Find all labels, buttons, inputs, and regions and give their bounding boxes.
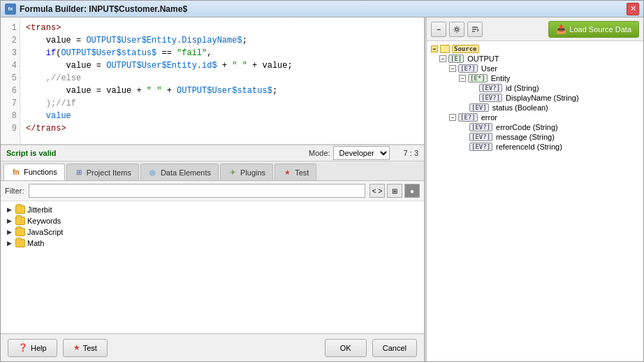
main-window: fx Formula Builder: INPUT$Customer.Name$… bbox=[0, 0, 644, 362]
entity-displayname-node[interactable]: [EV?] DisplayName (String) bbox=[430, 93, 641, 103]
plugins-tab-icon: ✈ bbox=[228, 168, 237, 178]
window-title: Formula Builder: INPUT$Customer.Name$ bbox=[20, 4, 627, 14]
entity-expander[interactable]: − bbox=[459, 75, 466, 82]
source-badge: Source bbox=[452, 45, 479, 53]
test-button[interactable]: ★ Test bbox=[63, 339, 108, 357]
entity-badge: [E*] bbox=[468, 74, 488, 82]
source-root-expander[interactable]: − bbox=[431, 45, 438, 52]
cursor-position: 7 : 3 bbox=[404, 149, 418, 157]
functions-tab-icon: fn bbox=[11, 167, 21, 177]
sort-icon bbox=[471, 25, 479, 34]
help-button[interactable]: ❓ Help bbox=[8, 339, 57, 357]
errorcode-label: errorCode (String) bbox=[496, 123, 558, 131]
referenceid-label: referenceId (String) bbox=[496, 143, 562, 151]
test-icon: ★ bbox=[73, 343, 80, 352]
tab-data-elements[interactable]: ◎ Data Elements bbox=[140, 164, 219, 180]
data-elements-tab-icon: ◎ bbox=[148, 168, 158, 178]
error-expander[interactable]: − bbox=[449, 114, 456, 121]
referenceid-node[interactable]: [EV?] referenceId (String) bbox=[430, 142, 641, 152]
mode-selector: Mode: Developer bbox=[309, 146, 390, 160]
entity-id-label: id (String) bbox=[506, 84, 539, 92]
tab-plugins[interactable]: ✈ Plugins bbox=[220, 164, 273, 180]
filter-label: Filter: bbox=[5, 187, 24, 195]
line-numbers: 1 2 3 4 5 6 7 8 9 bbox=[1, 17, 20, 144]
bottom-bar: ❓ Help ★ Test OK Cancel bbox=[1, 333, 424, 361]
jitterbit-expander[interactable]: ▶ bbox=[5, 205, 13, 214]
tab-functions[interactable]: fn Functions bbox=[3, 164, 65, 180]
output-label: OUTPUT bbox=[467, 55, 499, 63]
main-content: 1 2 3 4 5 6 7 8 9 <trans> value = OUTPUT… bbox=[1, 17, 643, 361]
filter-actions: < > ⊞ ● bbox=[369, 184, 420, 198]
sort-button[interactable] bbox=[467, 22, 483, 37]
mode-label: Mode: bbox=[309, 149, 330, 157]
message-badge: [EV?] bbox=[469, 133, 492, 141]
user-expander[interactable]: − bbox=[449, 65, 456, 72]
javascript-expander[interactable]: ▶ bbox=[5, 228, 13, 236]
tree-item-keywords[interactable]: ▶ Keywords bbox=[3, 215, 421, 226]
close-button[interactable]: ✕ bbox=[627, 3, 639, 15]
filter-expand-btn[interactable]: < > bbox=[369, 184, 385, 198]
right-toolbar: − 📥 Load Source Data bbox=[427, 17, 643, 41]
tabs-bar: fn Functions ⊞ Project Items ◎ Data Elem… bbox=[1, 161, 424, 181]
entity-displayname-label: DisplayName (String) bbox=[506, 94, 579, 102]
functions-tree: ▶ Jitterbit ▶ Keywords ▶ JavaScript ▶ bbox=[1, 201, 424, 333]
tree-item-javascript[interactable]: ▶ JavaScript bbox=[3, 226, 421, 238]
output-node[interactable]: − [E] OUTPUT bbox=[430, 54, 641, 64]
error-label: error bbox=[481, 113, 497, 122]
right-panel: − 📥 Load Source Data bbox=[427, 17, 643, 361]
user-node[interactable]: − [E?] User bbox=[430, 64, 641, 73]
cancel-button[interactable]: Cancel bbox=[372, 339, 417, 357]
user-label: User bbox=[481, 64, 497, 73]
title-bar: fx Formula Builder: INPUT$Customer.Name$… bbox=[1, 1, 643, 17]
referenceid-badge: [EV?] bbox=[469, 143, 492, 151]
ok-button[interactable]: OK bbox=[325, 339, 367, 357]
math-folder-icon bbox=[15, 239, 25, 247]
settings-icon bbox=[453, 25, 461, 34]
filter-input[interactable] bbox=[29, 184, 366, 198]
load-source-button[interactable]: 📥 Load Source Data bbox=[548, 21, 639, 38]
filter-add-btn[interactable]: ⊞ bbox=[387, 184, 402, 198]
status-node[interactable]: [EV] status (Boolean) bbox=[430, 103, 641, 113]
keywords-folder-icon bbox=[15, 217, 25, 225]
filter-options-btn[interactable]: ● bbox=[404, 184, 420, 198]
jitterbit-folder-icon bbox=[15, 205, 25, 214]
status-badge: [EV] bbox=[469, 103, 489, 112]
errorcode-node[interactable]: [EV?] errorCode (String) bbox=[430, 122, 641, 132]
status-bar: Script is valid Mode: Developer 7 : 3 bbox=[1, 145, 424, 161]
message-node[interactable]: [EV?] message (String) bbox=[430, 132, 641, 142]
user-badge: [E?] bbox=[458, 64, 478, 73]
tree-item-jitterbit[interactable]: ▶ Jitterbit bbox=[3, 204, 421, 215]
entity-displayname-badge: [EV?] bbox=[479, 94, 502, 102]
source-root[interactable]: − Source bbox=[430, 44, 641, 54]
status-label: status (Boolean) bbox=[492, 103, 548, 112]
project-items-tab-icon: ⊞ bbox=[74, 168, 84, 178]
test-tab-icon: ★ bbox=[282, 168, 292, 178]
window-icon: fx bbox=[5, 3, 16, 15]
tree-item-math[interactable]: ▶ Math bbox=[3, 238, 421, 249]
help-icon: ❓ bbox=[18, 343, 28, 352]
entity-node[interactable]: − [E*] Entity bbox=[430, 73, 641, 83]
error-node[interactable]: − [E?] error bbox=[430, 113, 641, 122]
filter-bar: Filter: < > ⊞ ● bbox=[1, 181, 424, 201]
entity-id-node[interactable]: [EV?] id (String) bbox=[430, 83, 641, 93]
javascript-folder-icon bbox=[15, 228, 25, 236]
math-expander[interactable]: ▶ bbox=[5, 239, 13, 247]
tab-test[interactable]: ★ Test bbox=[275, 164, 316, 180]
code-textarea[interactable]: <trans> value = OUTPUT$User$Entity.Displ… bbox=[20, 17, 424, 144]
tab-project-items[interactable]: ⊞ Project Items bbox=[66, 164, 139, 180]
output-badge: [E] bbox=[448, 55, 464, 63]
source-folder-icon bbox=[440, 45, 450, 53]
keywords-expander[interactable]: ▶ bbox=[5, 217, 13, 225]
load-source-icon: 📥 bbox=[556, 24, 566, 34]
message-label: message (String) bbox=[496, 133, 555, 141]
entity-id-badge: [EV?] bbox=[479, 84, 502, 92]
mode-select[interactable]: Developer bbox=[333, 146, 390, 160]
left-panel: 1 2 3 4 5 6 7 8 9 <trans> value = OUTPUT… bbox=[1, 17, 425, 361]
entity-label: Entity bbox=[491, 74, 511, 82]
script-status: Script is valid bbox=[6, 149, 57, 157]
settings-button[interactable] bbox=[449, 22, 464, 37]
code-editor[interactable]: 1 2 3 4 5 6 7 8 9 <trans> value = OUTPUT… bbox=[1, 17, 424, 145]
collapse-all-button[interactable]: − bbox=[431, 22, 446, 37]
source-tree: − Source − [E] OUTPUT − [E?] User bbox=[427, 41, 643, 361]
output-expander[interactable]: − bbox=[439, 55, 446, 62]
